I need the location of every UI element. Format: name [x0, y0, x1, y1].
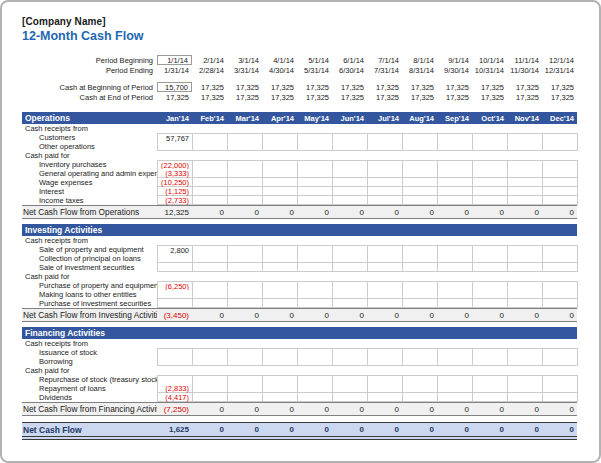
net-value-cell[interactable]: 0 — [542, 208, 577, 217]
period-value-cell[interactable]: 4/30/14 — [262, 66, 297, 75]
value-cell[interactable] — [333, 357, 368, 366]
net-cash-flow-value[interactable]: 0 — [507, 425, 542, 434]
value-cell[interactable]: (3,333) — [158, 169, 193, 178]
period-value-cell[interactable]: 7/1/14 — [367, 56, 402, 65]
period-value-cell[interactable]: 3/31/14 — [227, 66, 262, 75]
value-cell[interactable] — [193, 357, 228, 366]
value-cell[interactable] — [228, 187, 263, 196]
net-value-cell[interactable]: 0 — [402, 311, 437, 320]
net-value-cell[interactable]: 12,325 — [157, 208, 192, 217]
value-cell[interactable] — [508, 357, 543, 366]
value-cell[interactable] — [368, 142, 403, 151]
value-cell[interactable] — [508, 393, 543, 402]
value-cell[interactable] — [263, 169, 298, 178]
net-value-cell[interactable]: 0 — [262, 311, 297, 320]
value-cell[interactable] — [158, 357, 193, 366]
net-cash-flow-value[interactable]: 0 — [297, 425, 332, 434]
value-cell[interactable] — [263, 142, 298, 151]
value-cell[interactable] — [438, 357, 473, 366]
net-value-cell[interactable]: 0 — [367, 405, 402, 414]
net-value-cell[interactable]: (3,450) — [157, 311, 192, 320]
net-value-cell[interactable]: (7,250) — [157, 405, 192, 414]
net-cash-flow-value[interactable]: 1,625 — [157, 425, 192, 434]
net-value-cell[interactable]: 0 — [402, 405, 437, 414]
value-cell[interactable] — [263, 290, 298, 299]
value-cell[interactable] — [228, 178, 263, 187]
period-value-cell[interactable]: 17,325 — [437, 83, 472, 92]
value-cell[interactable] — [298, 169, 333, 178]
value-cell[interactable] — [228, 393, 263, 402]
value-cell[interactable] — [543, 142, 578, 151]
net-value-cell[interactable]: 0 — [262, 405, 297, 414]
value-cell[interactable] — [333, 384, 368, 393]
value-cell[interactable] — [263, 187, 298, 196]
value-cell[interactable] — [228, 384, 263, 393]
period-value-cell[interactable]: 17,325 — [472, 83, 507, 92]
net-value-cell[interactable]: 0 — [192, 208, 227, 217]
period-value-cell[interactable]: 11/30/14 — [507, 66, 542, 75]
net-value-cell[interactable]: 0 — [437, 405, 472, 414]
value-cell[interactable] — [333, 169, 368, 178]
value-cell[interactable] — [263, 357, 298, 366]
period-value-cell[interactable]: 17,325 — [367, 83, 402, 92]
value-cell[interactable] — [298, 187, 333, 196]
value-cell[interactable] — [438, 187, 473, 196]
value-cell[interactable] — [473, 357, 508, 366]
value-cell[interactable] — [508, 384, 543, 393]
value-cell[interactable] — [543, 357, 578, 366]
value-cell[interactable] — [543, 254, 578, 263]
period-value-cell[interactable]: 15,700 — [157, 82, 192, 92]
value-cell[interactable] — [298, 263, 333, 272]
period-value-cell[interactable]: 2/28/14 — [192, 66, 227, 75]
value-cell[interactable] — [403, 299, 438, 308]
value-cell[interactable] — [473, 299, 508, 308]
value-cell[interactable] — [263, 299, 298, 308]
period-value-cell[interactable]: 17,325 — [332, 83, 367, 92]
period-value-cell[interactable]: 10/31/14 — [472, 66, 507, 75]
period-value-cell[interactable]: 17,325 — [402, 93, 437, 102]
value-cell[interactable] — [228, 142, 263, 151]
value-cell[interactable] — [508, 263, 543, 272]
net-value-cell[interactable]: 0 — [507, 311, 542, 320]
value-cell[interactable] — [438, 196, 473, 205]
value-cell[interactable] — [298, 196, 333, 205]
period-value-cell[interactable]: 17,325 — [437, 93, 472, 102]
value-cell[interactable] — [543, 384, 578, 393]
value-cell[interactable] — [158, 299, 193, 308]
value-cell[interactable]: (1,125) — [158, 187, 193, 196]
value-cell[interactable] — [193, 178, 228, 187]
period-value-cell[interactable]: 17,325 — [227, 83, 262, 92]
value-cell[interactable] — [368, 357, 403, 366]
value-cell[interactable] — [403, 187, 438, 196]
value-cell[interactable] — [403, 178, 438, 187]
value-cell[interactable] — [158, 290, 193, 299]
net-cash-flow-value[interactable]: 0 — [367, 425, 402, 434]
value-cell[interactable] — [333, 196, 368, 205]
value-cell[interactable] — [403, 196, 438, 205]
net-value-cell[interactable]: 0 — [332, 208, 367, 217]
net-value-cell[interactable]: 0 — [437, 208, 472, 217]
value-cell[interactable] — [438, 384, 473, 393]
value-cell[interactable] — [333, 187, 368, 196]
net-value-cell[interactable]: 0 — [227, 405, 262, 414]
value-cell[interactable] — [438, 263, 473, 272]
value-cell[interactable] — [508, 187, 543, 196]
net-value-cell[interactable]: 0 — [367, 311, 402, 320]
value-cell[interactable] — [403, 254, 438, 263]
period-value-cell[interactable]: 5/1/14 — [297, 56, 332, 65]
period-value-cell[interactable]: 7/31/14 — [367, 66, 402, 75]
net-value-cell[interactable]: 0 — [472, 405, 507, 414]
value-cell[interactable] — [298, 290, 333, 299]
value-cell[interactable] — [543, 178, 578, 187]
net-value-cell[interactable]: 0 — [227, 311, 262, 320]
value-cell[interactable] — [298, 393, 333, 402]
value-cell[interactable] — [473, 178, 508, 187]
net-value-cell[interactable]: 0 — [402, 208, 437, 217]
value-cell[interactable] — [193, 169, 228, 178]
period-value-cell[interactable]: 5/31/14 — [297, 66, 332, 75]
value-cell[interactable] — [228, 263, 263, 272]
net-value-cell[interactable]: 0 — [542, 311, 577, 320]
value-cell[interactable] — [508, 299, 543, 308]
value-cell[interactable] — [228, 299, 263, 308]
value-cell[interactable] — [298, 299, 333, 308]
